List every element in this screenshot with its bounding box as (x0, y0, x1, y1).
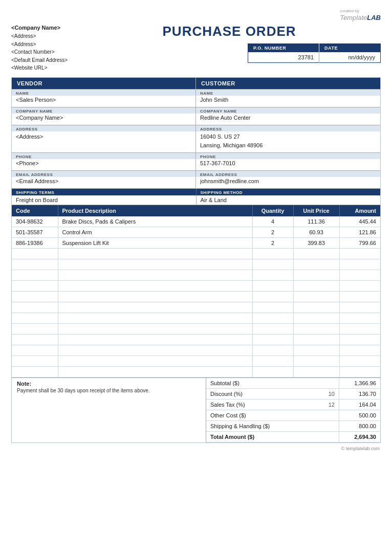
logo-template: Template (340, 14, 367, 21)
logo-lab: LAB (367, 14, 381, 21)
cell-empty-amount (339, 334, 380, 345)
company-contact: <Contact Number> (11, 48, 68, 56)
cell-empty-amount (339, 345, 380, 356)
note-section: Note: Payment shall be 30 days upon rece… (12, 378, 206, 442)
shipping-method-label: SHIPPING METHOD (197, 189, 381, 195)
cell-empty-price (293, 291, 339, 302)
cell-empty-price (293, 356, 339, 366)
logo: created by TemplateLAB (340, 6, 381, 21)
col-header-description: Product Description (58, 205, 252, 216)
cell-description: Suspension Lift Kit (58, 237, 252, 248)
total-amount-label: Total Amount ($) (206, 432, 339, 442)
table-row-empty (12, 323, 380, 334)
cell-empty-desc (58, 291, 252, 302)
cell-quantity: 2 (252, 237, 293, 248)
customer-email-value: johnsmith@redline.com (196, 177, 380, 188)
page-title: PURCHASE ORDER (78, 24, 381, 39)
table-row: 501-35587 Control Arm 2 60.93 121.86 (12, 227, 380, 237)
cell-empty-price (293, 280, 339, 291)
cell-empty-desc (58, 259, 252, 270)
cell-empty-price (293, 248, 339, 259)
cell-empty-desc (58, 302, 252, 313)
address-row: ADDRESS <Address> ADDRESS 16040 S. US 27… (12, 125, 380, 152)
customer-address-value: 16040 S. US 27 Lansing, Michigan 48906 (196, 131, 380, 152)
cell-empty-amount (339, 323, 380, 334)
cell-empty-qty (252, 270, 293, 280)
company-name: <Company Name> (11, 24, 68, 32)
cell-unit-price: 111.36 (293, 216, 339, 227)
cell-empty-qty (252, 302, 293, 313)
customer-email-col: EMAIL ADDRESS johnsmith@redline.com (196, 171, 380, 188)
shipping-value-row: Freight on Board Air & Land (12, 195, 380, 205)
cell-empty-amount (339, 366, 380, 377)
cell-empty-code (12, 248, 58, 259)
cell-empty-desc (58, 313, 252, 323)
cell-code: 501-35587 (12, 227, 58, 237)
shipping-terms-label: SHIPPING TERMS (12, 189, 197, 195)
cell-empty-qty (252, 313, 293, 323)
cell-empty-amount (339, 270, 380, 280)
table-row-empty (12, 280, 380, 291)
footer-credit: © templatelab.com (11, 446, 381, 451)
cell-amount: 799.66 (339, 237, 380, 248)
cell-empty-qty (252, 345, 293, 356)
phone-row: PHONE <Phone> PHONE 517-367-7010 (12, 152, 380, 170)
table-row: 304-98632 Brake Discs, Pads & Calipers 4… (12, 216, 380, 227)
vendor-header: VENDOR (12, 78, 195, 89)
customer-header: CUSTOMER (196, 78, 380, 89)
vendor-company-label: COMPANY NAME (12, 107, 195, 114)
cell-amount: 121.86 (339, 227, 380, 237)
cell-quantity: 2 (252, 227, 293, 237)
customer-phone-col: PHONE 517-367-7010 (196, 153, 380, 170)
company-website: <Website URL> (11, 64, 68, 72)
vendor-customer-header-row: VENDOR CUSTOMER (12, 78, 380, 89)
customer-name-col: NAME John Smith (196, 90, 380, 107)
cell-empty-desc (58, 270, 252, 280)
table-row: 886-19386 Suspension Lift Kit 2 399.83 7… (12, 237, 380, 248)
main-form: VENDOR CUSTOMER NAME <Sales Person> NAME… (11, 77, 381, 443)
date-header: DATE (319, 44, 381, 53)
cell-empty-code (12, 356, 58, 366)
customer-company-label: COMPANY NAME (196, 107, 380, 114)
cell-empty-qty (252, 248, 293, 259)
shipping-method-value: Air & Land (197, 195, 381, 205)
vendor-phone-col: PHONE <Phone> (12, 153, 196, 170)
customer-name-value: John Smith (196, 96, 380, 107)
table-row-empty (12, 366, 380, 377)
company-address1: <Address> (11, 32, 68, 40)
cell-empty-amount (339, 280, 380, 291)
totals-section: Subtotal ($) 1,366.96 Discount (%) 10 13… (206, 378, 380, 442)
cell-description: Control Arm (58, 227, 252, 237)
cell-unit-price: 60.93 (293, 227, 339, 237)
customer-address-label: ADDRESS (196, 125, 380, 131)
table-row-empty (12, 291, 380, 302)
header-row: <Company Name> <Address> <Address> <Cont… (11, 24, 381, 72)
cell-unit-price: 399.83 (293, 237, 339, 248)
cell-empty-code (12, 345, 58, 356)
col-header-amount: Amount (339, 205, 380, 216)
vendor-phone-label: PHONE (12, 153, 195, 159)
customer-col: CUSTOMER (196, 78, 380, 89)
cell-empty-amount (339, 291, 380, 302)
other-cost-label: Other Cost ($) (206, 410, 339, 420)
bottom-section: Note: Payment shall be 30 days upon rece… (12, 378, 380, 442)
shipping-cost-row: Shipping & Handling ($) 800.00 (206, 421, 380, 432)
company-name-row: COMPANY NAME <Company Name> COMPANY NAME… (12, 107, 380, 125)
po-date-block: P.O. NUMBER DATE 23781 nn/dd/yyyy (78, 43, 381, 63)
cell-quantity: 4 (252, 216, 293, 227)
email-row: EMAIL ADDRESS <Email Address> EMAIL ADDR… (12, 170, 380, 188)
cell-empty-desc (58, 248, 252, 259)
shipping-cost-value: 800.00 (339, 421, 380, 431)
note-text: Payment shall be 30 days upon receipt of… (17, 388, 201, 393)
vendor-name-label: NAME (12, 90, 195, 96)
company-address2: <Address> (11, 40, 68, 49)
cell-empty-price (293, 259, 339, 270)
cell-empty-qty (252, 356, 293, 366)
customer-name-label: NAME (196, 90, 380, 96)
customer-address-line2: Lansing, Michigan 48906 (200, 142, 263, 148)
logo-created-by: created by (340, 9, 359, 13)
col-header-quantity: Quantity (252, 205, 293, 216)
table-row-empty (12, 334, 380, 345)
cell-empty-price (293, 270, 339, 280)
cell-empty-amount (339, 313, 380, 323)
